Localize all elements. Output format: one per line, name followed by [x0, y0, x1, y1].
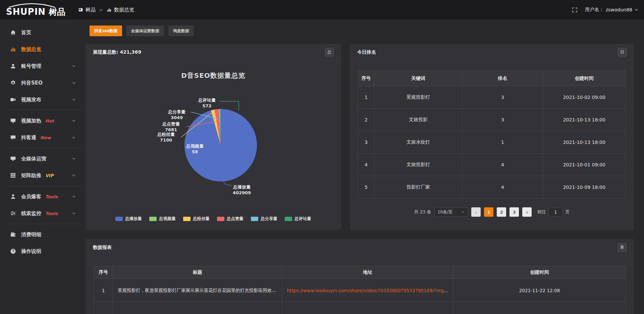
legend-label: 总点赞量: [227, 216, 244, 222]
page-number-button[interactable]: 2: [497, 207, 506, 217]
column-header: 排名: [463, 71, 543, 86]
day-toggle-button[interactable]: 日: [618, 48, 627, 57]
user-menu[interactable]: 用户名：zswodun88: [585, 7, 639, 13]
chevron-down-icon: [461, 210, 465, 214]
video-url-cell: https://www.iesdouyin.com/share/video/70…: [282, 279, 453, 302]
table-cell: 1: [463, 131, 543, 154]
table-cell: 2021-10-13 18:00: [543, 131, 626, 154]
table-toggle-button[interactable]: 表: [618, 243, 627, 252]
sidebar-item-grid[interactable]: 矩阵助推VIP: [0, 167, 82, 184]
ranking-panel: 今日排名 日 序号关键词排名创建时间 1景观投影灯32021-10-02 09:…: [350, 44, 634, 230]
sidebar-item-label: 抖音SEO: [21, 80, 43, 86]
tab-0[interactable]: 抖音seo数据: [90, 25, 122, 36]
sidebar-item-video[interactable]: 视频发布: [0, 91, 82, 108]
monitor-icon: [10, 156, 16, 162]
pie-label: 总视频量58: [176, 143, 213, 155]
sidebar-item-chart[interactable]: 数据总览: [0, 41, 82, 58]
legend-swatch: [217, 217, 224, 221]
legend-item[interactable]: 总分享量: [251, 216, 277, 222]
report-panel: 数据报表 表 序号标题地址创建时间 1景观投影灯，夜游景观投影灯厂家展示展示落花…: [86, 239, 634, 314]
sidebar-item-screen[interactable]: 视频加热Hot: [0, 112, 82, 129]
video-link[interactable]: https://www.iesdouyin.com/share/video/70…: [287, 288, 452, 293]
sidebar-item-badge: VIP: [45, 173, 53, 178]
chevron-down-icon: [71, 97, 76, 102]
main-content: 抖音seo数据全媒体运营数据询盘数据 展现量总数: 421,369 总 D音SE…: [82, 19, 644, 314]
pie-label-value: 58: [176, 149, 213, 155]
legend-label: 总粉丝量: [193, 216, 210, 222]
breadcrumb-root[interactable]: 树品: [86, 7, 96, 13]
video-icon: [10, 97, 16, 103]
sidebar-item-monitor[interactable]: 全媒体运营: [0, 150, 82, 167]
pie-label: 总粉丝量7100: [148, 132, 184, 143]
pie-label-value: 402909: [223, 190, 260, 196]
next-page-button[interactable]: ›: [522, 207, 532, 217]
sidebar-item-chat[interactable]: 抖客通New: [0, 129, 82, 146]
sidebar-item-question[interactable]: ?操作说明: [0, 243, 82, 260]
sidebar: 首页数据总览账号管理抖音SEO视频发布视频加热Hot抖客通New全媒体运营矩阵助…: [0, 19, 82, 314]
overview-panel: 展现量总数: 421,369 总 D音SEO数据量总览 总播放量402909总视…: [86, 44, 341, 230]
sidebar-item-label: 数据总览: [21, 46, 41, 53]
chevron-down-icon: [634, 8, 639, 12]
sliders-icon: [10, 210, 16, 216]
pie-label-name: 总视频量: [176, 143, 213, 149]
table-row: [94, 302, 626, 314]
table-cell: 2021-10-02 09:00: [543, 86, 626, 109]
table-row: 4文旅投影灯42021-10-01 09:00: [358, 154, 626, 176]
pie-label: 总分享量3049: [158, 109, 195, 120]
pie-label-value: 3049: [158, 115, 195, 120]
column-header: 地址: [282, 266, 453, 279]
video-title-cell: 景观投影灯，夜游景观投影灯厂家展示展示落花灯在花园里的灯光投影应用效果 #: [113, 279, 282, 302]
table-cell: 4: [358, 154, 374, 176]
table-cell: 文旅投影: [374, 109, 462, 131]
chevron-down-icon: [71, 135, 76, 140]
report-table: 序号标题地址创建时间 1景观投影灯，夜游景观投影灯厂家展示展示落花灯在花园里的灯…: [94, 266, 626, 314]
question-icon: ?: [10, 248, 16, 254]
table-cell: 2: [358, 109, 374, 131]
chevron-down-icon: [71, 118, 76, 123]
legend-swatch: [149, 217, 157, 221]
sidebar-item-gear[interactable]: 抖音SEO: [0, 74, 82, 91]
tab-2[interactable]: 询盘数据: [168, 25, 194, 36]
sidebar-item-sliders[interactable]: 线索监控Tools: [0, 205, 82, 222]
table-row: 5投影灯厂家42021-10-09 18:00: [358, 176, 626, 199]
table-cell: 3: [463, 86, 543, 109]
sidebar-item-person[interactable]: 会员爆客Tools: [0, 188, 82, 205]
pie-label-value: 7100: [148, 137, 184, 143]
ranking-table: 序号关键词排名创建时间 1景观投影灯32021-10-02 09:002文旅投影…: [358, 70, 626, 199]
table-cell: 2021-11-22 12:08: [453, 279, 626, 302]
gear-icon: [10, 80, 16, 86]
sidebar-item-label: 首页: [21, 30, 31, 36]
page-size-select[interactable]: 10条/页: [434, 207, 468, 217]
sidebar-item-user[interactable]: 账号管理: [0, 58, 82, 74]
table-cell: 2021-10-13 18:00: [543, 109, 626, 131]
fullscreen-icon[interactable]: [572, 7, 578, 13]
legend-item[interactable]: 总粉丝量: [183, 216, 210, 222]
wallet-icon: [10, 231, 16, 238]
sidebar-item-label: 全媒体运营: [21, 156, 46, 162]
page-number-button[interactable]: 1: [484, 207, 493, 217]
logo-arc: [7, 3, 57, 8]
column-header: 创建时间: [453, 266, 626, 279]
data-tabs: 抖音seo数据全媒体运营数据询盘数据: [90, 25, 634, 36]
goto-page-input[interactable]: [548, 208, 562, 217]
app-logo[interactable]: SHUPIN树品: [0, 2, 72, 17]
table-cell: 3: [463, 109, 543, 131]
column-header: 关键词: [374, 71, 462, 86]
page-number-button[interactable]: 3: [509, 207, 519, 217]
sidebar-item-home[interactable]: 首页: [0, 24, 82, 41]
legend-item[interactable]: 总评论量: [285, 216, 311, 222]
sidebar-item-label: 抖客通: [21, 135, 36, 141]
table-row: 1景观投影灯32021-10-02 09:00: [358, 86, 626, 109]
column-header: 序号: [358, 71, 374, 86]
legend-item[interactable]: 总点赞量: [217, 216, 244, 222]
total-toggle-button[interactable]: 总: [325, 48, 334, 57]
legend-item[interactable]: 总视频量: [149, 216, 176, 222]
sidebar-item-wallet[interactable]: 消费明细: [0, 226, 82, 243]
prev-page-button[interactable]: ‹: [471, 207, 481, 217]
pie-label-value: 7681: [153, 127, 190, 133]
legend-item[interactable]: 总播放量: [115, 216, 142, 222]
tab-1[interactable]: 全媒体运营数据: [126, 25, 164, 36]
sidebar-divider: [5, 224, 82, 224]
table-cell: 投影灯厂家: [374, 176, 462, 199]
table-cell: 4: [463, 176, 543, 199]
